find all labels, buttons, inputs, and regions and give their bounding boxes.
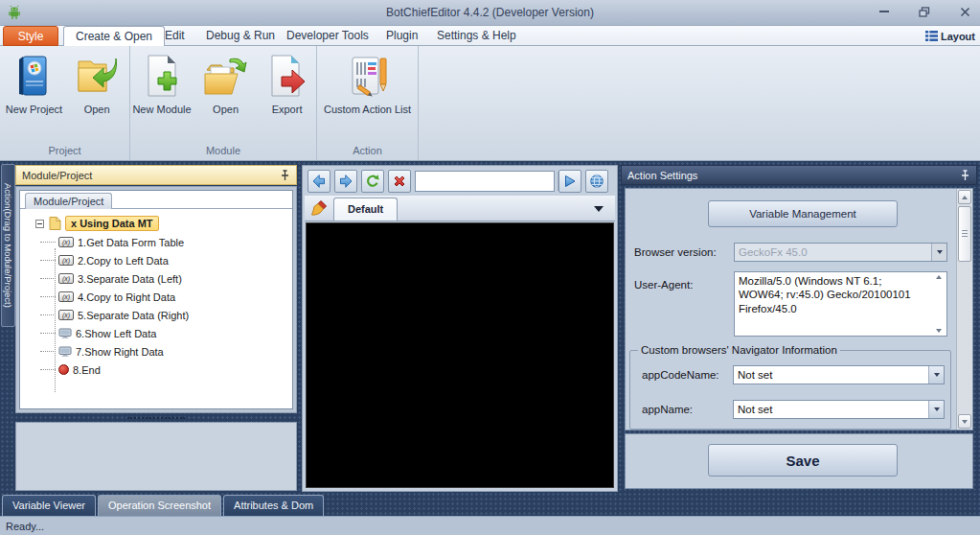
new-project-button[interactable]: New Project	[6, 54, 62, 115]
tree-item[interactable]: 6.Show Left Data	[35, 324, 292, 342]
chevron-down-icon	[937, 250, 943, 254]
scroll-down-icon[interactable]	[936, 329, 942, 333]
scrollbar-down-button[interactable]	[958, 414, 971, 429]
panel-splitter[interactable]	[15, 415, 297, 421]
action-dock-tab[interactable]: Action(Drag to Module/Project)	[1, 164, 15, 327]
custom-action-list-button[interactable]: Custom Action List	[324, 54, 411, 115]
pin-icon[interactable]	[280, 170, 290, 181]
tree-item[interactable]: (x) 2.Copy to Left Data	[35, 251, 292, 269]
globe-icon	[589, 174, 604, 189]
tab-developer-tools[interactable]: Developer Tools	[275, 26, 380, 46]
appcodename-value: Not set	[734, 369, 928, 381]
tab-settings-help[interactable]: Settings & Help	[425, 26, 528, 46]
action-settings-panel: Action Settings Variable Management Brow…	[621, 165, 977, 492]
tab-create-open[interactable]: Create & Open	[63, 26, 165, 46]
end-icon	[58, 364, 69, 375]
user-agent-label: User-Agent:	[634, 279, 693, 291]
go-button[interactable]	[558, 170, 581, 193]
module-empty-panel	[15, 422, 297, 491]
variable-icon: (x)	[58, 273, 74, 284]
browser-button[interactable]	[585, 170, 608, 193]
tab-edit[interactable]: Edit	[153, 26, 196, 46]
browser-viewport[interactable]	[306, 222, 614, 488]
stop-button[interactable]	[388, 170, 411, 193]
appcodename-label: appCodeName:	[642, 369, 719, 381]
variable-icon: (x)	[58, 291, 74, 302]
layout-button[interactable]: Layout	[925, 28, 975, 44]
module-project-tab[interactable]: Module/Project	[25, 193, 112, 209]
collapse-icon[interactable]	[35, 220, 44, 228]
monitor-icon	[58, 346, 72, 358]
settings-scrollbar[interactable]	[956, 189, 972, 430]
minimize-button[interactable]	[875, 4, 894, 19]
titlebar: BotChiefEditor 4.4.2 (Developer Version)	[0, 0, 980, 26]
tree-item-label: 8.End	[73, 364, 101, 376]
open-project-button[interactable]: Open	[70, 54, 124, 115]
tab-style[interactable]: Style	[3, 26, 58, 46]
status-bar: Ready...	[0, 516, 980, 535]
export-module-button[interactable]: Export	[261, 54, 314, 115]
scroll-up-icon[interactable]	[936, 275, 942, 279]
tree-item-label: 6.Show Left Data	[76, 328, 156, 339]
tree-item[interactable]: (x) 3.Separate Data (Left)	[35, 269, 292, 288]
browser-tab-default[interactable]: Default	[333, 198, 398, 221]
tree-root-label: x Using Data MT	[65, 216, 159, 231]
dropdown-arrow-button[interactable]	[931, 244, 946, 261]
layout-icon	[925, 31, 938, 41]
ribbon-group-module: New Module Open	[130, 46, 317, 160]
variable-icon: (x)	[58, 255, 74, 266]
back-button[interactable]	[308, 170, 330, 193]
play-icon	[562, 174, 578, 189]
module-file-icon	[47, 216, 62, 231]
browser-version-select[interactable]: GeckoFx 45.0	[734, 243, 947, 262]
tree-item[interactable]: 8.End	[35, 361, 292, 379]
textarea-scrollbar[interactable]	[932, 273, 946, 335]
address-input[interactable]	[416, 172, 558, 191]
tab-debug-run[interactable]: Debug & Run	[194, 26, 286, 46]
dropdown-arrow-button[interactable]	[928, 401, 944, 418]
layout-button-label: Layout	[941, 31, 975, 42]
restore-button[interactable]	[915, 4, 934, 19]
navigator-group-title: Custom browsers' Navigator Information	[638, 344, 840, 356]
tree-item[interactable]: (x) 5.Separate Data (Right)	[35, 306, 292, 324]
tab-list-dropdown-icon[interactable]	[594, 206, 604, 212]
tree-item[interactable]: (x) 4.Copy to Right Data	[35, 288, 292, 306]
tree-root-node[interactable]: x Using Data MT	[35, 214, 292, 233]
dropdown-arrow-button[interactable]	[928, 366, 944, 384]
tree-item-label: 7.Show Right Data	[76, 346, 164, 358]
tab-variable-viewer[interactable]: Variable Viewer	[2, 495, 96, 516]
appcodename-select[interactable]: Not set	[733, 365, 945, 384]
tab-plugin[interactable]: Plugin	[375, 26, 429, 46]
scrollbar-thumb[interactable]	[958, 206, 971, 262]
user-agent-value: Mozilla/5.0 (Windows NT 6.1; WOW64; rv:4…	[739, 275, 911, 314]
save-area: Save	[625, 433, 973, 489]
appname-label: appName:	[642, 404, 693, 415]
save-button[interactable]: Save	[708, 444, 898, 477]
tree-item[interactable]: (x) 1.Get Data Form Table	[35, 233, 292, 251]
clear-button[interactable]	[305, 199, 333, 221]
open-module-button[interactable]: Open	[199, 54, 253, 115]
browser-panel: Default	[302, 165, 618, 492]
variable-management-button[interactable]: Variable Management	[708, 200, 898, 227]
monitor-icon	[58, 328, 72, 339]
new-project-icon	[11, 54, 57, 100]
address-combobox[interactable]	[415, 171, 555, 192]
action-settings-title: Action Settings	[627, 170, 960, 181]
new-module-icon	[139, 54, 185, 100]
module-panel-title: Module/Project	[22, 170, 280, 181]
appname-select[interactable]: Not set	[733, 400, 945, 419]
close-button[interactable]	[955, 4, 974, 19]
tree-item[interactable]: 7.Show Right Data	[35, 342, 292, 361]
tab-operation-screenshot[interactable]: Operation Screenshot	[98, 495, 221, 516]
user-agent-textarea[interactable]: Mozilla/5.0 (Windows NT 6.1; WOW64; rv:4…	[734, 271, 947, 337]
open-module-icon	[203, 54, 249, 100]
ribbon-toolbar: New Project Open Project	[0, 46, 980, 161]
tab-attributes-dom[interactable]: Attributes & Dom	[223, 495, 324, 516]
pin-icon[interactable]	[960, 170, 970, 181]
action-settings-form: Variable Management Browser version: Gec…	[625, 188, 973, 430]
scrollbar-up-button[interactable]	[958, 190, 971, 204]
refresh-button[interactable]	[361, 170, 384, 193]
module-project-panel: Module/Project Module/Project x	[15, 165, 297, 492]
new-module-button[interactable]: New Module	[132, 54, 191, 115]
forward-button[interactable]	[334, 170, 357, 193]
